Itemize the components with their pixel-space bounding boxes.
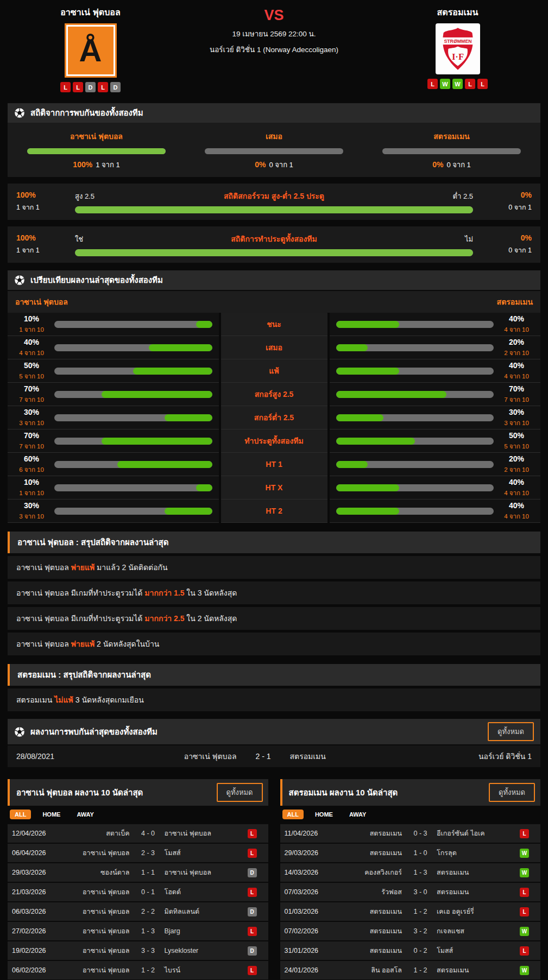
h2h-row-bar [75, 206, 473, 213]
tab-all[interactable]: ALL [282, 810, 304, 819]
comparison-row-label: สกอร์ต่ำ 2.5 [221, 406, 327, 429]
table-row[interactable]: 21/03/2026อาซาเน่ ฟุตบอล0 - 1โฮดด์L [8, 883, 268, 901]
tab-home[interactable]: HOME [310, 810, 338, 819]
table-row[interactable]: 27/02/2026อาซาเน่ ฟุตบอล1 - 3BjargL [8, 922, 268, 940]
table-row[interactable]: 29/03/2026สตรอมเมน1 - 0โกรลุดW [280, 844, 541, 862]
h2h-left-percent: 100% [16, 233, 61, 242]
row-date: 31/01/2026 [285, 947, 332, 954]
row-home-team: อาซาเน่ ฟุตบอล [60, 945, 134, 956]
comparison-away-stat: 20%2 จาก 10 [499, 338, 534, 358]
result-badge-w: W [520, 927, 529, 936]
row-score: 4 - 0 [134, 830, 162, 837]
comparison-row: 50%5 จาก 10แพ้40%4 จาก 10 [8, 359, 540, 383]
away-table-view-all-button[interactable]: ดูทั้งหมด [489, 783, 535, 802]
comparison-away-percent: 50% [499, 431, 534, 440]
tab-away[interactable]: AWAY [344, 810, 371, 819]
comparison-away-bar [336, 508, 494, 515]
table-row[interactable]: 14/03/2026คองสวิงเกอร์1 - 3สตรอมเมนW [280, 863, 541, 882]
home-table-view-all-button[interactable]: ดูทั้งหมด [217, 783, 263, 802]
row-home-team: คองสวิงเกอร์ [332, 867, 407, 878]
comparison-away-cell: 40%4 จาก 10 [330, 500, 541, 523]
result-badge-l: L [248, 966, 257, 975]
row-home-team: อาซาเน่ ฟุตบอล [60, 926, 134, 937]
h2h-column-percent: 100% [73, 160, 92, 169]
row-home-team: อาซาเน่ ฟุตบอล [60, 848, 134, 858]
table-row[interactable]: 07/03/2026รัวฟอส3 - 0สตรอมเมนL [280, 883, 541, 901]
comparison-away-ratio: 3 จาก 10 [499, 418, 534, 428]
table-row[interactable]: 06/02/2026อาซาเน่ ฟุตบอล1 - 2ไบรน์L [8, 961, 268, 979]
tab-away[interactable]: AWAY [72, 810, 98, 819]
row-date: 06/04/2026 [12, 849, 60, 857]
home-table-tabs: ALLHOMEAWAY [8, 806, 268, 823]
away-recent-table: สตรอมเมน ผลงาน 10 นัดล่าสุดดูทั้งหมดALLH… [280, 779, 541, 980]
svg-text:STRØMMEN: STRØMMEN [444, 39, 471, 44]
table-row[interactable]: 07/02/2026สตรอมเมน3 - 2กเจลแชสW [280, 922, 541, 940]
table-row[interactable]: 12/04/2026สตาเบ็ค4 - 0อาซาเน่ ฟุตบอลL [8, 824, 268, 843]
comparison-header: เปรียบเทียบผลงานล่าสุดของทั้งสองทีม [8, 270, 540, 290]
comparison-away-ratio: 4 จาก 10 [499, 511, 534, 521]
row-home-team: รัวฟอส [332, 887, 407, 897]
comparison-away-name: สตรอมเมน [497, 296, 533, 308]
h2h-column-bar [27, 148, 166, 154]
comparison-home-bar-fill [149, 344, 212, 351]
result-badge-l: L [520, 888, 529, 897]
h2h-match-row[interactable]: 28/08/2021อาซาเน่ ฟุตบอล2 - 1สตรอมเมนนอร… [8, 745, 540, 767]
comparison-away-bar-fill [336, 391, 446, 398]
comparison-home-cell: 30%3 จาก 10 [8, 406, 219, 429]
h2h-right-percent: 0% [521, 233, 532, 242]
table-row[interactable]: 31/01/2026สตรอมเมน0 - 2โมสส์L [280, 941, 541, 960]
h2h-right-percent: 0% [521, 191, 532, 199]
comparison-away-percent: 40% [499, 361, 534, 370]
form-badge-d: D [85, 82, 96, 92]
away-team-block: สตรอมเมน STRØMMEN I·F LWWLL [375, 5, 540, 92]
tab-all[interactable]: ALL [10, 810, 31, 819]
row-away-team: อีเกอร์ซันด์ ไอเค [434, 828, 520, 839]
table-row[interactable]: 19/02/2026อาซาเน่ ฟุตบอล3 - 3Lysekloster… [8, 941, 268, 960]
comparison-home-ratio: 1 จาก 10 [14, 488, 49, 498]
row-home-team: สตาเบ็ค [60, 828, 134, 839]
summary-highlight: ไม่แพ้ [54, 696, 73, 704]
h2h-right-stat: 0%0 จาก 1 [487, 191, 532, 213]
comparison-home-stat: 60%6 จาก 10 [14, 454, 49, 475]
h2h-left-percent: 100% [16, 191, 61, 199]
h2h-view-all-button[interactable]: ดูทั้งหมด [488, 722, 534, 741]
comparison-away-stat: 40%4 จาก 10 [499, 501, 534, 521]
table-row[interactable]: 24/01/2026ลิน ออสโล1 - 2สตรอมเมนW [280, 961, 541, 979]
row-home-team: ลิน ออสโล [332, 965, 407, 976]
comparison-away-ratio: 4 จาก 10 [499, 488, 534, 498]
form-badge-w: W [452, 79, 463, 89]
comparison-home-bar-fill [133, 368, 212, 375]
form-badge-l: L [73, 82, 83, 92]
comparison-title: เปรียบเทียบผลงานล่าสุดของทั้งสองทีม [30, 274, 163, 287]
h2h-right-label: ไม่ [424, 233, 473, 245]
row-score: 3 - 0 [406, 888, 434, 896]
comparison-home-ratio: 4 จาก 10 [14, 348, 49, 358]
table-row[interactable]: 29/03/2026ซองน์ดาล1 - 1อาซาเน่ ฟุตบอลD [8, 863, 268, 882]
table-row[interactable]: 06/04/2026อาซาเน่ ฟุตบอล2 - 3โมสส์L [8, 844, 268, 862]
soccer-ball-icon [14, 275, 25, 286]
table-row[interactable]: 11/04/2026สตรอมเมน0 - 3อีเกอร์ซันด์ ไอเค… [280, 824, 541, 843]
comparison-home-stat: 50%5 จาก 10 [14, 361, 49, 381]
h2h-column: อาซาเน่ ฟุตบอล100%1 จาก 1 [8, 130, 185, 170]
h2h-row-middle: ใช่สถิติการทำประตูทั้งสองทีมไม่ [61, 233, 487, 256]
h2h-recent-matches: 28/08/2021อาซาเน่ ฟุตบอล2 - 1สตรอมเมนนอร… [8, 745, 540, 767]
comparison-home-cell: 10%1 จาก 10 [8, 313, 219, 336]
form-badge-d: D [110, 82, 121, 92]
comparison-row: 30%3 จาก 10HT 240%4 จาก 10 [8, 500, 540, 523]
match-header: อาซาเน่ ฟุตบอล Å LLDLD VS 19 เมษายน 2569… [8, 0, 540, 96]
h2h-row-title: สถิติสกอร์รวม สูง-ต่ำ 2.5 ประตู [124, 190, 424, 202]
comparison-away-cell: 40%4 จาก 10 [330, 313, 541, 336]
home-team-block: อาซาเน่ ฟุตบอล Å LLDLD [8, 5, 173, 92]
row-score: 2 - 3 [134, 849, 162, 857]
comparison-home-percent: 30% [14, 408, 49, 416]
table-row[interactable]: 01/03/2026สตรอมเมน1 - 2เคเอ อคูเรย์รี่L [280, 902, 541, 921]
comparison-away-bar [336, 368, 494, 375]
comparison-home-ratio: 7 จาก 10 [14, 441, 49, 451]
comparison-away-ratio: 5 จาก 10 [499, 441, 534, 451]
match-date: 28/08/2021 [16, 752, 98, 761]
form-badge-w: W [440, 79, 450, 89]
comparison-away-stat: 30%3 จาก 10 [499, 408, 534, 428]
comparison-home-percent: 70% [14, 384, 49, 393]
table-row[interactable]: 06/03/2026อาซาเน่ ฟุตบอล2 - 2มิดทิลแลนด์… [8, 902, 268, 921]
tab-home[interactable]: HOME [37, 810, 65, 819]
